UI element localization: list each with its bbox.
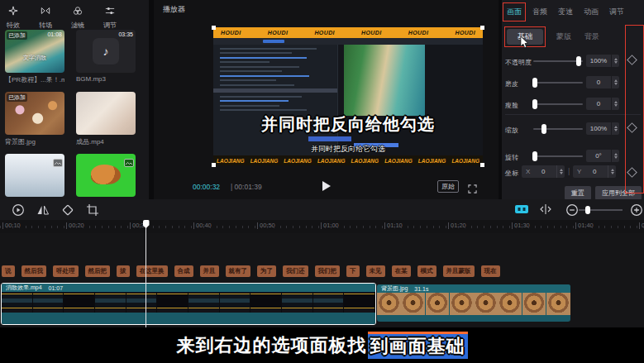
crop-icon[interactable] — [86, 203, 99, 217]
stepper[interactable] — [612, 122, 619, 135]
girl-thumbnail[interactable] — [76, 92, 136, 135]
subtitle-clip[interactable]: 在某 — [392, 265, 411, 277]
subtitle-clip[interactable]: 说 — [2, 265, 15, 277]
stepper[interactable] — [612, 150, 619, 162]
transform-handle[interactable] — [480, 163, 484, 167]
snap-icon[interactable] — [514, 203, 529, 217]
zoom-out-icon[interactable] — [565, 203, 579, 217]
inspector-tabs: 画面音频变速动画调节 — [502, 0, 644, 18]
toolbar-item-调节[interactable]: 调节 — [99, 4, 121, 27]
slider-track[interactable] — [533, 60, 583, 62]
subtitle-clip[interactable]: 然后把 — [85, 265, 111, 277]
toolbar-item-滤镜[interactable]: 滤镜 — [67, 4, 88, 27]
subtab-背景[interactable]: 背景 — [584, 31, 599, 42]
tab-变速[interactable]: 变速 — [556, 6, 575, 18]
ui-text-line — [220, 100, 289, 102]
media-item[interactable]: 已添加背景图.jpg — [5, 92, 64, 146]
filmstrip-frame — [2, 292, 32, 313]
transform-handle[interactable] — [212, 26, 216, 30]
clouds-thumbnail[interactable] — [5, 154, 64, 197]
rotate-icon[interactable] — [61, 203, 74, 217]
subtitle-clip[interactable]: 就有了 — [226, 265, 251, 277]
subtitle-clip[interactable]: 呀处理 — [53, 265, 79, 277]
subtitle-clip[interactable]: 然后我 — [21, 265, 47, 277]
media-item[interactable]: 已添加01:08文字消散【PR教程】...果！.mp4 — [5, 30, 64, 84]
play-button[interactable] — [322, 181, 331, 191]
slider-row-缩放: 缩放100% — [502, 121, 644, 137]
subtitle-clip[interactable]: 在这里换 — [136, 265, 168, 277]
fullscreen-icon[interactable] — [468, 182, 477, 191]
slider-knob[interactable] — [532, 151, 537, 161]
toolbar-item-特效[interactable]: 特效 — [2, 4, 24, 27]
mirror-icon[interactable] — [36, 203, 50, 217]
watermark-band-bottom: LAOJIANGLAOJIANGLAOJIANGLAOJIANGLAOJIANG… — [213, 155, 483, 165]
zoom-in-icon[interactable] — [630, 203, 643, 217]
subtitle-clip[interactable]: 未见 — [366, 265, 385, 277]
donuts-thumbnail[interactable]: 已添加 — [5, 92, 64, 135]
slider-knob[interactable] — [576, 56, 581, 66]
ruler-label: 01:10 — [384, 222, 403, 229]
tab-动画[interactable]: 动画 — [582, 6, 600, 18]
toolbar-item-转场[interactable]: 转场 — [35, 4, 56, 27]
subtitle-clip[interactable]: 并且蒙版 — [443, 265, 475, 277]
stepper[interactable] — [556, 165, 565, 178]
stepper[interactable] — [612, 55, 619, 67]
preview-axis-icon[interactable] — [12, 203, 25, 217]
subtitle-clip[interactable]: 合成 — [174, 265, 193, 277]
slider-track[interactable] — [533, 155, 583, 157]
stepper[interactable] — [608, 165, 616, 178]
reset-button[interactable]: 重置 — [565, 186, 591, 200]
music-thumbnail[interactable]: 03:35♪ — [76, 30, 136, 73]
subtitle-clip[interactable]: 模式 — [417, 265, 436, 277]
stepper[interactable] — [612, 76, 619, 88]
coordinate-x-input[interactable]: X 0 — [522, 165, 565, 178]
quality-button[interactable]: 原始 — [437, 180, 459, 193]
slider-track[interactable] — [533, 128, 583, 130]
slider-value[interactable]: 100% — [586, 55, 611, 67]
slider-track[interactable] — [533, 82, 583, 84]
media-item[interactable]: 成品.mp4 — [76, 92, 136, 146]
keyframe-diamond-icon[interactable] — [627, 55, 637, 65]
tiger-thumbnail[interactable] — [76, 154, 136, 197]
subtitle-clip[interactable]: 为了 — [257, 265, 276, 277]
video-preview[interactable]: HOUDIHOUDIHOUDIHOUDIHOUDIHOUDI 并同时把反向给他勾… — [213, 27, 483, 165]
coordinate-y-input[interactable]: Y 0 — [573, 165, 616, 178]
timeline-clip-image[interactable]: 背景图.jpg 31.1s — [377, 284, 570, 322]
tab-音频[interactable]: 音频 — [531, 6, 549, 18]
subtab-蒙版[interactable]: 蒙版 — [556, 31, 571, 42]
subtitle-clip[interactable]: 下 — [346, 265, 360, 277]
slider-row-瘦脸: 瘦脸0 — [502, 96, 644, 112]
playhead[interactable] — [145, 220, 146, 327]
tab-画面[interactable]: 画面 — [505, 6, 523, 18]
image-icon — [124, 155, 134, 164]
clip-name: 背景图.jpg — [381, 284, 408, 293]
apply-to-all-button[interactable]: 应用到全部 — [595, 186, 642, 200]
transform-handle[interactable] — [480, 26, 484, 30]
subtitle-clip[interactable]: 并且 — [200, 265, 219, 277]
tab-调节[interactable]: 调节 — [608, 6, 626, 18]
slider-value[interactable]: 100% — [586, 122, 611, 135]
slider-knob[interactable] — [541, 124, 546, 134]
beach-thumbnail[interactable]: 已添加01:08文字消散 — [5, 30, 64, 73]
slider-value[interactable]: 0° — [586, 150, 611, 162]
subtitle-clip[interactable]: 我们把 — [315, 265, 341, 277]
transform-handle[interactable] — [212, 163, 216, 167]
keyframe-diamond-icon[interactable] — [627, 167, 637, 178]
media-item[interactable]: 03:35♪BGM.mp3 — [76, 30, 136, 84]
slider-value[interactable]: 0 — [586, 76, 611, 88]
subtitle-clip[interactable]: 现在 — [481, 265, 500, 277]
timeline-ruler[interactable]: 00:1000:2000:3000:4000:5001:0001:1001:20… — [0, 220, 644, 233]
slider-knob[interactable] — [532, 78, 537, 88]
stepper[interactable] — [612, 98, 619, 110]
subtitle-clip[interactable]: 拔 — [117, 265, 130, 277]
slider-knob[interactable] — [532, 99, 537, 109]
expand-tracks-icon[interactable] — [539, 203, 552, 217]
coordinates-row: 坐标 X 0 | Y 0 — [502, 165, 644, 179]
timeline-clip-video[interactable]: 消散效果.mp4 01:07 — [1, 283, 376, 325]
slider-track[interactable] — [533, 103, 583, 105]
timeline-zoom-slider[interactable] — [579, 209, 623, 211]
keyframe-diamond-icon[interactable] — [627, 122, 637, 133]
filmstrip-frame — [313, 292, 344, 313]
slider-value[interactable]: 0 — [586, 98, 611, 110]
subtitle-clip[interactable]: 我们还 — [283, 265, 308, 277]
